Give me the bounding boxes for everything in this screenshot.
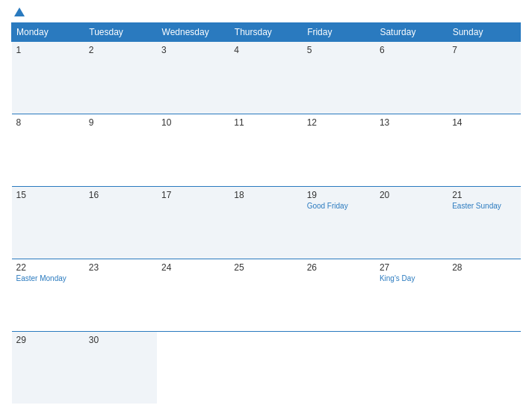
day-number: 24 xyxy=(161,262,225,273)
day-number: 16 xyxy=(89,190,152,200)
calendar-day-cell xyxy=(448,331,520,404)
logo-blue-text xyxy=(11,7,25,16)
day-number: 9 xyxy=(89,117,152,128)
day-number: 17 xyxy=(161,190,225,200)
calendar-header-wednesday: Wednesday xyxy=(157,23,229,42)
calendar-week-row: 1234567 xyxy=(12,42,521,114)
day-number: 22 xyxy=(16,262,80,273)
calendar-day-cell: 6 xyxy=(375,42,448,114)
calendar-day-cell: 20 xyxy=(375,186,448,259)
calendar-header-sunday: Sunday xyxy=(448,23,520,42)
calendar-day-cell: 21Easter Sunday xyxy=(448,186,520,259)
day-number: 14 xyxy=(452,117,516,128)
calendar-day-cell: 9 xyxy=(84,114,157,186)
calendar-day-cell: 23 xyxy=(84,259,157,331)
calendar-table: MondayTuesdayWednesdayThursdayFridaySatu… xyxy=(11,22,521,404)
day-number: 12 xyxy=(307,117,371,128)
calendar-day-cell: 16 xyxy=(84,186,157,259)
day-number: 28 xyxy=(452,262,516,273)
day-event-label: Easter Monday xyxy=(16,274,80,282)
calendar-week-row: 22Easter Monday2324252627King's Day28 xyxy=(12,259,521,331)
calendar-day-cell xyxy=(157,331,229,404)
day-event-label: Good Friday xyxy=(307,202,371,210)
day-number: 5 xyxy=(307,45,371,55)
day-event-label: Easter Sunday xyxy=(452,202,516,210)
calendar-week-row: 891011121314 xyxy=(12,114,521,186)
calendar-day-cell: 12 xyxy=(303,114,375,186)
day-number: 7 xyxy=(452,45,516,55)
calendar-day-cell: 4 xyxy=(229,42,302,114)
calendar-header-row: MondayTuesdayWednesdayThursdayFridaySatu… xyxy=(12,23,521,42)
day-number: 26 xyxy=(307,262,371,273)
calendar-day-cell xyxy=(229,331,302,404)
day-number: 19 xyxy=(307,190,371,200)
calendar-day-cell: 24 xyxy=(157,259,229,331)
day-number: 1 xyxy=(16,45,80,55)
calendar-week-row: 1516171819Good Friday2021Easter Sunday xyxy=(12,186,521,259)
day-number: 30 xyxy=(89,335,152,345)
calendar-day-cell xyxy=(375,331,448,404)
day-number: 11 xyxy=(234,117,297,128)
day-number: 27 xyxy=(380,262,443,273)
calendar-header-saturday: Saturday xyxy=(375,23,448,42)
logo-triangle-icon xyxy=(14,7,25,16)
calendar-day-cell: 26 xyxy=(303,259,375,331)
day-number: 20 xyxy=(380,190,443,200)
day-number: 3 xyxy=(161,45,225,55)
day-number: 21 xyxy=(452,190,516,200)
day-number: 8 xyxy=(16,117,80,128)
day-number: 29 xyxy=(16,335,80,345)
calendar-day-cell: 3 xyxy=(157,42,229,114)
calendar-day-cell: 1 xyxy=(12,42,84,114)
calendar-header-thursday: Thursday xyxy=(229,23,302,42)
calendar-day-cell: 17 xyxy=(157,186,229,259)
calendar-day-cell: 14 xyxy=(448,114,520,186)
calendar-day-cell xyxy=(303,331,375,404)
day-event-label: King's Day xyxy=(380,274,443,282)
calendar-day-cell: 13 xyxy=(375,114,448,186)
day-number: 25 xyxy=(234,262,297,273)
calendar-day-cell: 27King's Day xyxy=(375,259,448,331)
calendar-day-cell: 8 xyxy=(12,114,84,186)
day-number: 10 xyxy=(161,117,225,128)
calendar-day-cell: 10 xyxy=(157,114,229,186)
calendar-day-cell: 19Good Friday xyxy=(303,186,375,259)
logo xyxy=(11,7,25,16)
calendar-header-friday: Friday xyxy=(303,23,375,42)
calendar-day-cell: 7 xyxy=(448,42,520,114)
day-number: 15 xyxy=(16,190,80,200)
calendar-day-cell: 28 xyxy=(448,259,520,331)
day-number: 23 xyxy=(89,262,152,273)
day-number: 13 xyxy=(380,117,443,128)
calendar-day-cell: 25 xyxy=(229,259,302,331)
calendar-header-tuesday: Tuesday xyxy=(84,23,157,42)
calendar-day-cell: 2 xyxy=(84,42,157,114)
page-header xyxy=(11,7,521,16)
calendar-day-cell: 5 xyxy=(303,42,375,114)
day-number: 2 xyxy=(89,45,152,55)
calendar-day-cell: 22Easter Monday xyxy=(12,259,84,331)
day-number: 6 xyxy=(380,45,443,55)
calendar-day-cell: 15 xyxy=(12,186,84,259)
calendar-day-cell: 30 xyxy=(84,331,157,404)
day-number: 4 xyxy=(234,45,297,55)
calendar-week-row: 2930 xyxy=(12,331,521,404)
calendar-day-cell: 11 xyxy=(229,114,302,186)
calendar-header-monday: Monday xyxy=(12,23,84,42)
calendar-day-cell: 18 xyxy=(229,186,302,259)
calendar-day-cell: 29 xyxy=(12,331,84,404)
day-number: 18 xyxy=(234,190,297,200)
